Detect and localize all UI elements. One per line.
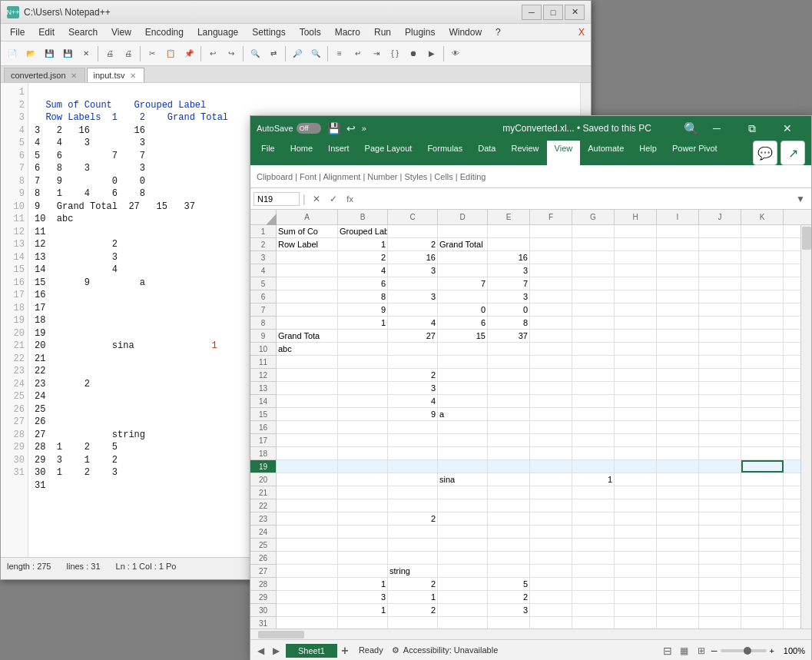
cell-E28[interactable]: 5 bbox=[488, 578, 530, 590]
cell-E7[interactable]: 0 bbox=[488, 303, 530, 316]
cell-E12[interactable] bbox=[488, 369, 530, 381]
cell-H11[interactable] bbox=[615, 356, 657, 368]
cell-I25[interactable] bbox=[657, 539, 699, 551]
cell-H22[interactable] bbox=[615, 499, 657, 512]
cell-H10[interactable] bbox=[615, 343, 657, 355]
cell-B9[interactable] bbox=[338, 330, 388, 342]
toolbar-macro-play[interactable]: ▶ bbox=[423, 45, 440, 62]
confirm-formula-button[interactable]: ✓ bbox=[326, 191, 341, 207]
cell-F3[interactable] bbox=[530, 251, 572, 264]
cell-A17[interactable] bbox=[277, 434, 338, 446]
cell-C26[interactable] bbox=[388, 552, 438, 564]
cell-F29[interactable] bbox=[530, 591, 572, 603]
cell-F4[interactable] bbox=[530, 264, 572, 277]
cell-F15[interactable] bbox=[530, 408, 572, 420]
cell-E18[interactable] bbox=[488, 447, 530, 459]
ribbon-tab-file[interactable]: File bbox=[254, 141, 283, 165]
cell-D6[interactable] bbox=[438, 290, 488, 303]
cell-A21[interactable] bbox=[277, 486, 338, 499]
cell-D29[interactable] bbox=[438, 591, 488, 603]
cell-J15[interactable] bbox=[699, 408, 741, 420]
cell-A11[interactable] bbox=[277, 356, 338, 368]
cell-H9[interactable] bbox=[615, 330, 657, 342]
cell-G20[interactable]: 1 bbox=[572, 473, 615, 486]
cell-D21[interactable] bbox=[438, 486, 488, 499]
cell-E26[interactable] bbox=[488, 552, 530, 564]
col-header-E[interactable]: E bbox=[488, 210, 530, 224]
ribbon-tab-formulas[interactable]: Formulas bbox=[419, 141, 470, 165]
cell-F12[interactable] bbox=[530, 369, 572, 381]
cell-F27[interactable] bbox=[530, 565, 572, 577]
cell-A5[interactable] bbox=[277, 277, 338, 290]
search-icon[interactable]: 🔍 bbox=[684, 121, 699, 136]
cell-J10[interactable] bbox=[699, 343, 741, 355]
cell-I20[interactable] bbox=[657, 473, 699, 486]
toolbar-udl[interactable]: 👁 bbox=[447, 45, 464, 62]
cell-H13[interactable] bbox=[615, 382, 657, 394]
cell-I17[interactable] bbox=[657, 434, 699, 446]
row-header-26[interactable]: 26 bbox=[250, 552, 276, 565]
cell-G7[interactable] bbox=[572, 303, 615, 316]
cell-K25[interactable] bbox=[741, 539, 784, 551]
cell-I5[interactable] bbox=[657, 277, 699, 290]
cell-K22[interactable] bbox=[741, 499, 784, 512]
cell-B3[interactable]: 2 bbox=[338, 251, 388, 264]
cell-B13[interactable] bbox=[338, 382, 388, 394]
cell-G15[interactable] bbox=[572, 408, 615, 420]
row-header-16[interactable]: 16 bbox=[250, 421, 276, 434]
cell-E6[interactable]: 3 bbox=[488, 290, 530, 303]
normal-view-button[interactable]: ⊟ bbox=[661, 644, 674, 658]
ribbon-tab-insert[interactable]: Insert bbox=[320, 141, 357, 165]
cell-K26[interactable] bbox=[741, 552, 784, 564]
menu-macro[interactable]: Macro bbox=[329, 25, 366, 39]
cell-J30[interactable] bbox=[699, 604, 741, 616]
cell-E15[interactable] bbox=[488, 408, 530, 420]
cell-A10[interactable]: abc bbox=[277, 343, 338, 355]
toolbar-syntax[interactable]: { } bbox=[386, 45, 403, 62]
cell-A12[interactable] bbox=[277, 369, 338, 381]
cell-K21[interactable] bbox=[741, 486, 784, 499]
cell-J26[interactable] bbox=[699, 552, 741, 564]
excel-scrollbar-v[interactable] bbox=[800, 225, 811, 628]
cell-K31[interactable] bbox=[741, 617, 784, 628]
menu-run[interactable]: Run bbox=[368, 25, 397, 39]
cell-A2[interactable]: Row Label bbox=[277, 238, 338, 250]
cell-A29[interactable] bbox=[277, 591, 338, 603]
cell-J23[interactable] bbox=[699, 512, 741, 525]
cell-A15[interactable] bbox=[277, 408, 338, 420]
row-header-30[interactable]: 30 bbox=[250, 604, 276, 617]
more-icon[interactable]: » bbox=[362, 124, 366, 133]
cell-D13[interactable] bbox=[438, 382, 488, 394]
cell-K30[interactable] bbox=[741, 604, 784, 616]
cell-B12[interactable] bbox=[338, 369, 388, 381]
cell-I1[interactable] bbox=[657, 225, 699, 237]
notepad-maximize-button[interactable]: □ bbox=[543, 5, 563, 20]
zoom-out-icon[interactable]: ─ bbox=[711, 646, 718, 655]
cell-B27[interactable] bbox=[338, 565, 388, 577]
cell-I10[interactable] bbox=[657, 343, 699, 355]
cell-I15[interactable] bbox=[657, 408, 699, 420]
cell-E5[interactable]: 7 bbox=[488, 277, 530, 290]
cell-E8[interactable]: 8 bbox=[488, 317, 530, 329]
row-header-3[interactable]: 3 bbox=[250, 251, 276, 264]
cell-A6[interactable] bbox=[277, 290, 338, 303]
cell-C18[interactable] bbox=[388, 447, 438, 459]
cell-H8[interactable] bbox=[615, 317, 657, 329]
cell-H21[interactable] bbox=[615, 486, 657, 499]
cell-F6[interactable] bbox=[530, 290, 572, 303]
cell-E14[interactable] bbox=[488, 395, 530, 407]
toolbar-find[interactable]: 🔍 bbox=[247, 45, 263, 62]
cell-J13[interactable] bbox=[699, 382, 741, 394]
cell-G17[interactable] bbox=[572, 434, 615, 446]
cell-C22[interactable] bbox=[388, 499, 438, 512]
cell-C10[interactable] bbox=[388, 343, 438, 355]
excel-close-button[interactable]: ✕ bbox=[770, 116, 805, 141]
cell-G11[interactable] bbox=[572, 356, 615, 368]
cell-E3[interactable]: 16 bbox=[488, 251, 530, 264]
cell-H17[interactable] bbox=[615, 434, 657, 446]
cell-F25[interactable] bbox=[530, 539, 572, 551]
col-header-C[interactable]: C bbox=[388, 210, 438, 224]
menu-file[interactable]: File bbox=[4, 25, 31, 39]
cell-F21[interactable] bbox=[530, 486, 572, 499]
cell-J20[interactable] bbox=[699, 473, 741, 486]
